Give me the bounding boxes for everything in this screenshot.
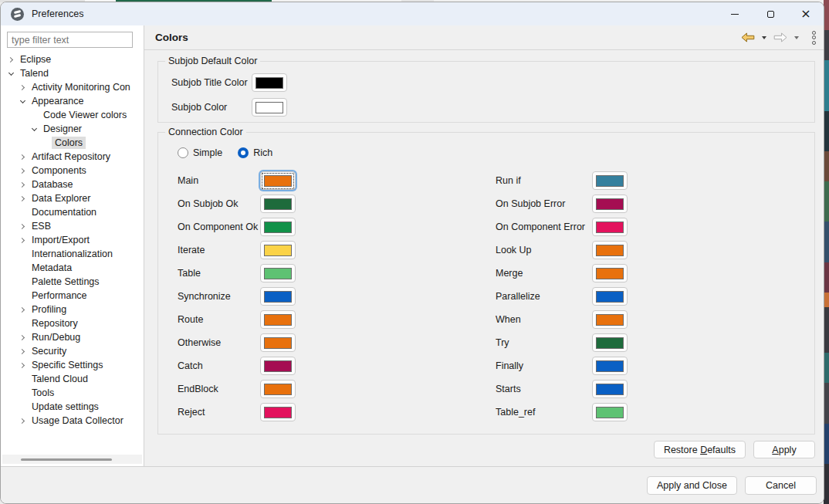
tree-item-performance[interactable]: Performance (1, 289, 144, 303)
color-label: Try (496, 337, 592, 348)
chevron-expanded-icon[interactable] (17, 100, 29, 103)
color-chip (596, 291, 624, 303)
radio-label: Simple (193, 147, 222, 158)
tree-item-label: Usage Data Collector (29, 414, 127, 427)
tree-item-eclipse[interactable]: Eclipse (1, 52, 144, 66)
tree-item-profiling[interactable]: Profiling (1, 303, 144, 316)
color-swatch-on-subjob-ok[interactable] (260, 194, 296, 213)
forward-button[interactable] (772, 31, 789, 44)
close-button[interactable]: × (788, 2, 824, 25)
cancel-button[interactable]: Cancel (745, 476, 817, 495)
tree-item-metadata[interactable]: Metadata (1, 261, 144, 275)
tree-item-run-debug[interactable]: Run/Debug (1, 330, 144, 344)
color-swatch-iterate[interactable] (260, 241, 296, 259)
tree-item-specific-settings[interactable]: Specific Settings (1, 358, 144, 372)
color-swatch-route[interactable] (260, 310, 296, 329)
chevron-collapsed-icon[interactable] (17, 86, 29, 90)
chevron-down-icon (762, 36, 766, 39)
tree-item-talend-cloud[interactable]: Talend Cloud (1, 372, 144, 386)
color-swatch-parallelize[interactable] (592, 287, 628, 306)
color-swatch-otherwise[interactable] (260, 333, 296, 352)
minimize-button[interactable] (717, 2, 753, 25)
color-swatch-catch[interactable] (260, 357, 296, 375)
color-swatch-main[interactable] (260, 171, 296, 190)
back-button[interactable] (739, 31, 756, 44)
sidebar-horizontal-scrollbar[interactable] (2, 455, 142, 464)
color-swatch-endblock[interactable] (260, 380, 296, 398)
maximize-button[interactable] (753, 2, 788, 25)
apply-button[interactable]: Apply (753, 441, 815, 458)
tree-item-activity-monitoring-con[interactable]: Activity Monitoring Con (1, 80, 144, 94)
tree-item-artifact-repository[interactable]: Artifact Repository (1, 150, 144, 164)
color-label: EndBlock (178, 384, 260, 394)
color-chip (596, 222, 624, 233)
color-swatch-on-component-ok[interactable] (260, 218, 296, 236)
apply-and-close-button[interactable]: Apply and Close (647, 476, 737, 495)
color-swatch-subjob-color[interactable] (252, 98, 287, 117)
chevron-collapsed-icon[interactable] (17, 336, 29, 340)
scrollbar-thumb[interactable] (21, 458, 112, 461)
color-swatch-synchronize[interactable] (260, 287, 296, 306)
color-swatch-try[interactable] (592, 333, 628, 352)
chevron-collapsed-icon[interactable] (17, 197, 29, 201)
colors-content: Subjob Default Color Subjob Title ColorS… (144, 50, 824, 466)
filter-input[interactable] (7, 32, 133, 48)
forward-history-dropdown[interactable] (793, 35, 800, 41)
color-chip (596, 175, 624, 187)
color-swatch-when[interactable] (592, 310, 628, 329)
radio-rich[interactable]: Rich (238, 147, 272, 158)
tree-item-import-export[interactable]: Import/Export (1, 233, 144, 247)
chevron-collapsed-icon[interactable] (17, 308, 29, 312)
chevron-collapsed-icon[interactable] (17, 183, 29, 187)
chevron-collapsed-icon[interactable] (17, 350, 29, 353)
tree-item-repository[interactable]: Repository (1, 316, 144, 330)
tree-item-internationalization[interactable]: Internationalization (1, 247, 144, 261)
color-swatch-starts[interactable] (592, 380, 628, 398)
tree-item-usage-data-collector[interactable]: Usage Data Collector (1, 414, 144, 428)
back-history-dropdown[interactable] (760, 35, 768, 41)
color-swatch-merge[interactable] (592, 264, 628, 282)
color-swatch-look-up[interactable] (592, 241, 628, 259)
color-swatch-subjob-title-color[interactable] (252, 73, 287, 92)
tree-item-esb[interactable]: ESB (1, 219, 144, 233)
chevron-collapsed-icon[interactable] (17, 225, 29, 228)
window-title: Preferences (32, 8, 83, 19)
radio-simple[interactable]: Simple (178, 147, 222, 158)
tree-item-security[interactable]: Security (1, 344, 144, 358)
chevron-collapsed-icon[interactable] (5, 58, 17, 62)
color-swatch-on-subjob-error[interactable] (592, 194, 628, 213)
tree-item-components[interactable]: Components (1, 164, 144, 178)
color-swatch-table[interactable] (260, 264, 296, 282)
chevron-collapsed-icon[interactable] (17, 155, 29, 159)
tree-item-talend[interactable]: Talend (1, 66, 144, 80)
color-row: Table_ref (496, 403, 814, 421)
tree-item-colors[interactable]: Colors (1, 136, 144, 150)
chevron-collapsed-icon[interactable] (17, 419, 29, 423)
tree-item-designer[interactable]: Designer (1, 122, 144, 136)
color-swatch-reject[interactable] (260, 403, 296, 421)
color-label: Route (178, 314, 260, 325)
color-chip (596, 360, 624, 372)
chevron-collapsed-icon[interactable] (17, 364, 29, 367)
restore-defaults-button[interactable]: Restore Defaults (654, 441, 746, 458)
tree-item-label: Designer (40, 123, 85, 135)
color-chip (255, 102, 283, 113)
color-swatch-finally[interactable] (592, 357, 628, 375)
tree-item-database[interactable]: Database (1, 178, 144, 191)
tree-item-data-explorer[interactable]: Data Explorer (1, 191, 144, 205)
tree-item-appearance[interactable]: Appearance (1, 94, 144, 108)
tree-item-documentation[interactable]: Documentation (1, 205, 144, 219)
color-swatch-on-component-error[interactable] (592, 218, 628, 236)
color-swatch-run-if[interactable] (592, 171, 628, 190)
tree-item-palette-settings[interactable]: Palette Settings (1, 275, 144, 289)
color-swatch-table-ref[interactable] (592, 403, 628, 421)
chevron-expanded-icon[interactable] (29, 128, 40, 130)
tree-item-update-settings[interactable]: Update settings (1, 400, 144, 414)
tree-item-tools[interactable]: Tools (1, 386, 144, 400)
chevron-collapsed-icon[interactable] (17, 238, 29, 242)
radio-selected-icon (238, 147, 249, 158)
chevron-collapsed-icon[interactable] (17, 169, 29, 173)
view-menu-icon[interactable] (810, 29, 817, 46)
tree-item-code-viewer-colors[interactable]: Code Viewer colors (1, 108, 144, 122)
chevron-expanded-icon[interactable] (5, 73, 17, 75)
